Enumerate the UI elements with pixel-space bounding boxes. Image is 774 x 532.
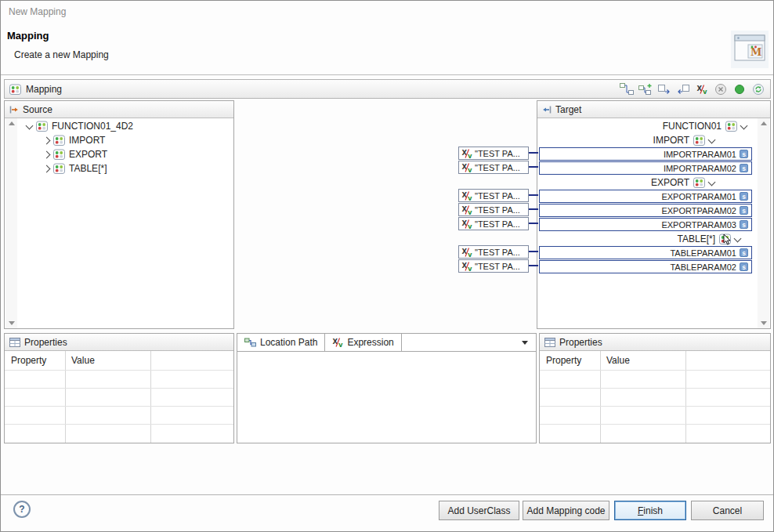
target-group-import[interactable]: IMPORT (653, 133, 714, 147)
chevron-down-icon[interactable] (740, 121, 748, 129)
tree-item-import[interactable]: IMPORT (44, 133, 105, 147)
properties-panel-right: Properties Property Value (539, 333, 771, 443)
tree-item-function01-4d2[interactable]: FUNCTION01_4D2 (27, 119, 133, 133)
chevron-down-icon[interactable] (708, 178, 716, 186)
target-group-label: TABLE[*] (678, 233, 715, 244)
column-header-property: Property (540, 355, 600, 366)
expression-box[interactable]: "TEST PA... (458, 147, 529, 160)
chevron-down-icon[interactable] (26, 121, 34, 129)
source-icon (9, 105, 19, 114)
target-param-exportparam03[interactable]: EXPORTPARAM03 s (539, 218, 752, 231)
tab-expression[interactable]: Expression (325, 334, 401, 351)
grid-line (600, 351, 601, 443)
mapping-icon (9, 84, 21, 95)
target-group-function01[interactable]: FUNCTION01 (663, 119, 747, 133)
mapping-connector (529, 265, 538, 266)
chevron-right-icon[interactable] (43, 136, 51, 144)
structure-icon (53, 163, 65, 174)
map-target-icon[interactable] (676, 83, 690, 96)
refresh-mapping-icon[interactable] (751, 83, 765, 96)
tree-item-table[interactable]: TABLE[*] (44, 161, 107, 176)
expression-text: "TEST PA... (475, 262, 520, 271)
auto-map-icon[interactable] (638, 83, 653, 96)
target-param-label: TABLEPARAM02 (670, 262, 736, 272)
target-header-label: Target (555, 104, 581, 115)
finish-label-accelerator: F (638, 505, 643, 516)
chevron-down-icon[interactable] (734, 234, 742, 242)
wizard-banner-icon: M (731, 31, 769, 71)
expression-box[interactable]: "TEST PA... (458, 245, 529, 259)
scroll-down-icon[interactable] (761, 321, 767, 325)
scroll-up-icon[interactable] (9, 121, 15, 125)
expression-box[interactable]: "TEST PA... (458, 203, 529, 216)
target-param-exportparam02[interactable]: EXPORTPARAM02 s (539, 204, 752, 217)
target-group-label: IMPORT (653, 135, 689, 146)
add-mapping-code-button[interactable]: Add Mapping code (523, 501, 609, 520)
tab-location-path[interactable]: Location Path (237, 334, 325, 351)
target-param-exportparam01[interactable]: EXPORTPARAM01 s (539, 190, 752, 203)
expression-text: "TEST PA... (475, 205, 520, 215)
string-type-badge: s (740, 206, 748, 215)
chevron-down-icon[interactable] (708, 136, 716, 143)
clear-mapping-icon[interactable] (714, 83, 728, 96)
target-param-tableparam01[interactable]: TABLEPARAM01 s (539, 246, 752, 259)
expression-icon[interactable] (695, 83, 709, 96)
chevron-right-icon[interactable] (43, 150, 51, 158)
expression-box[interactable]: "TEST PA... (458, 259, 529, 273)
target-scrollbar[interactable] (758, 118, 769, 328)
finish-label: inish (643, 505, 663, 516)
grid-line (65, 351, 66, 443)
properties-table-header: Property Value (540, 351, 770, 370)
structure-icon (693, 177, 705, 188)
map-source-icon[interactable] (657, 83, 671, 96)
expression-editor-content[interactable] (237, 352, 536, 443)
target-icon (542, 105, 552, 114)
scroll-up-icon[interactable] (761, 121, 767, 125)
page-title: Mapping (7, 30, 49, 42)
column-header-value: Value (65, 355, 95, 366)
expression-icon (461, 219, 472, 229)
grid-line (5, 424, 233, 425)
expression-box[interactable]: "TEST PA... (458, 217, 529, 230)
structure-icon (53, 149, 65, 160)
page-subtitle: Create a new Mapping (14, 49, 109, 60)
expression-icon (461, 191, 472, 201)
expression-text: "TEST PA... (475, 248, 520, 257)
properties-header-label: Properties (559, 337, 602, 348)
cancel-button[interactable]: Cancel (691, 501, 764, 520)
map-pair-icon[interactable] (620, 83, 634, 96)
mapping-toolbar (620, 83, 765, 96)
header-separator (1, 74, 773, 75)
mapping-section-bar: Mapping (4, 79, 771, 99)
new-mapping-wizard: New Mapping Mapping Create a new Mapping… (0, 0, 774, 532)
source-panel: Source FUNCTION01_4D2 IMPORT EXPORT TABL… (4, 100, 234, 329)
expression-icon (461, 149, 472, 158)
target-param-label: TABLEPARAM01 (670, 248, 736, 258)
target-param-label: EXPORTPARAM01 (661, 192, 736, 201)
chevron-right-icon[interactable] (43, 165, 51, 172)
target-param-label: EXPORTPARAM02 (661, 206, 736, 215)
properties-panel-header: Properties (540, 334, 770, 351)
expression-box[interactable]: "TEST PA... (458, 161, 529, 174)
finish-button[interactable]: Finish (614, 501, 686, 520)
string-type-badge: s (740, 220, 748, 229)
target-param-importparam01[interactable]: IMPORTPARAM01 s (539, 147, 752, 161)
help-button[interactable]: ? (13, 501, 31, 518)
add-userclass-button[interactable]: Add UserClass (439, 501, 519, 520)
expression-text: "TEST PA... (475, 191, 520, 201)
grid-line (685, 351, 686, 443)
scroll-down-icon[interactable] (9, 321, 15, 325)
structure-icon (693, 135, 705, 146)
table-icon (9, 338, 20, 347)
expression-text: "TEST PA... (475, 219, 520, 229)
expression-box[interactable]: "TEST PA... (458, 189, 529, 202)
target-group-export[interactable]: EXPORT (651, 176, 714, 190)
target-param-importparam02[interactable]: IMPORTPARAM02 s (539, 161, 752, 175)
tree-item-export[interactable]: EXPORT (44, 147, 107, 161)
expression-text: "TEST PA... (475, 163, 520, 172)
target-param-tableparam02[interactable]: TABLEPARAM02 s (539, 260, 752, 273)
grid-line (5, 406, 233, 407)
view-menu-dropdown-icon[interactable] (522, 341, 528, 345)
source-scrollbar[interactable] (5, 118, 17, 328)
status-ok-icon[interactable] (732, 83, 747, 96)
